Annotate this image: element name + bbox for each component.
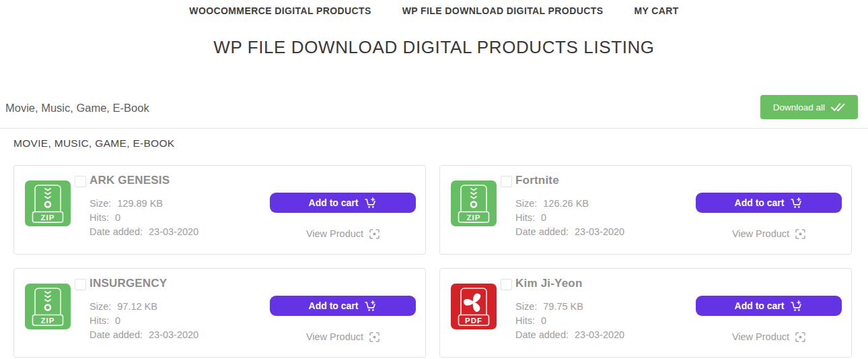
date-row: Date added:23-03-2020 [515, 225, 624, 239]
download-all-button[interactable]: Download all [760, 95, 858, 119]
size-row: Size:97.12 KB [89, 300, 198, 314]
size-value: 126.26 KB [543, 198, 589, 209]
zip-file-icon: ZIP [451, 181, 497, 226]
scan-focus-icon [369, 332, 379, 342]
product-grid: ZIP ARK GENESIS Size:129.89 KB Hits:0 Da… [13, 165, 852, 358]
zip-file-icon: ZIP [25, 181, 71, 226]
hits-value: 0 [541, 212, 546, 223]
size-row: Size:126.26 KB [515, 197, 624, 211]
file-type-label: ZIP [467, 214, 481, 222]
date-row: Date added:23-03-2020 [515, 328, 624, 342]
date-value: 23-03-2020 [575, 226, 624, 237]
page-title: WP FILE DOWNLOAD DIGITAL PRODUCTS LISTIN… [0, 37, 868, 58]
product-card: ZIP ARK GENESIS Size:129.89 KB Hits:0 Da… [13, 165, 426, 255]
scan-focus-icon [795, 229, 805, 239]
cart-plus-icon [791, 300, 803, 312]
divider [0, 128, 868, 129]
cart-plus-icon [365, 197, 377, 209]
product-title: INSURGENCY [89, 277, 167, 290]
product-meta: Size:97.12 KB Hits:0 Date added:23-03-20… [89, 300, 198, 342]
nav-item-my-cart[interactable]: MY CART [634, 5, 678, 16]
product-title: Fortnite [515, 174, 559, 187]
section-title: MOVIE, MUSIC, GAME, E-BOOK [13, 137, 174, 150]
view-product-link[interactable]: View Product [696, 331, 842, 342]
size-value: 97.12 KB [117, 301, 157, 312]
hits-row: Hits:0 [515, 314, 624, 328]
date-row: Date added:23-03-2020 [89, 225, 198, 239]
view-product-link[interactable]: View Product [270, 228, 416, 239]
date-value: 23-03-2020 [149, 329, 198, 340]
double-check-icon [831, 102, 845, 112]
product-meta: Size:126.26 KB Hits:0 Date added:23-03-2… [515, 197, 624, 239]
file-type-label: ZIP [41, 317, 55, 325]
view-product-link[interactable]: View Product [270, 331, 416, 342]
top-nav: WOOCOMMERCE DIGITAL PRODUCTS WP FILE DOW… [0, 5, 868, 16]
hits-row: Hits:0 [515, 211, 624, 225]
page: WOOCOMMERCE DIGITAL PRODUCTS WP FILE DOW… [0, 0, 868, 359]
file-type-label: ZIP [41, 214, 55, 222]
product-card: ZIP INSURGENCY Size:97.12 KB Hits:0 Date… [13, 268, 426, 358]
date-value: 23-03-2020 [575, 329, 624, 340]
product-checkbox[interactable] [75, 279, 86, 290]
product-card: ZIP Fortnite Size:126.26 KB Hits:0 Date … [439, 165, 852, 255]
product-checkbox[interactable] [501, 279, 512, 290]
hits-value: 0 [115, 315, 120, 326]
product-checkbox[interactable] [501, 176, 512, 187]
product-card: PDF Kim Ji-Yeon Size:79.75 KB Hits:0 Dat… [439, 268, 852, 358]
scan-focus-icon [795, 332, 805, 342]
category-path: Movie, Music, Game, E-Book [5, 102, 149, 115]
nav-item-woocommerce-digital-products[interactable]: WOOCOMMERCE DIGITAL PRODUCTS [189, 5, 371, 16]
add-to-cart-button[interactable]: Add to cart [270, 193, 416, 213]
hits-row: Hits:0 [89, 314, 198, 328]
date-row: Date added:23-03-2020 [89, 328, 198, 342]
add-to-cart-button[interactable]: Add to cart [696, 296, 842, 316]
size-value: 79.75 KB [543, 301, 583, 312]
zip-file-icon: ZIP [25, 284, 71, 329]
hits-value: 0 [115, 212, 120, 223]
hits-row: Hits:0 [89, 211, 198, 225]
size-value: 129.89 KB [117, 198, 163, 209]
add-to-cart-button[interactable]: Add to cart [696, 193, 842, 213]
product-title: Kim Ji-Yeon [515, 277, 583, 290]
nav-item-wp-file-download-digital-products[interactable]: WP FILE DOWNLOAD DIGITAL PRODUCTS [402, 5, 604, 16]
view-product-link[interactable]: View Product [696, 228, 842, 239]
product-meta: Size:79.75 KB Hits:0 Date added:23-03-20… [515, 300, 624, 342]
product-meta: Size:129.89 KB Hits:0 Date added:23-03-2… [89, 197, 198, 239]
download-all-label: Download all [773, 102, 825, 112]
date-value: 23-03-2020 [149, 226, 198, 237]
product-checkbox[interactable] [75, 176, 86, 187]
scan-focus-icon [369, 229, 379, 239]
cart-plus-icon [791, 197, 803, 209]
cart-plus-icon [365, 300, 377, 312]
hits-value: 0 [541, 315, 546, 326]
size-row: Size:129.89 KB [89, 197, 198, 211]
size-row: Size:79.75 KB [515, 300, 624, 314]
file-type-label: PDF [465, 317, 482, 325]
add-to-cart-button[interactable]: Add to cart [270, 296, 416, 316]
pdf-file-icon: PDF [451, 284, 497, 329]
product-title: ARK GENESIS [89, 174, 170, 187]
